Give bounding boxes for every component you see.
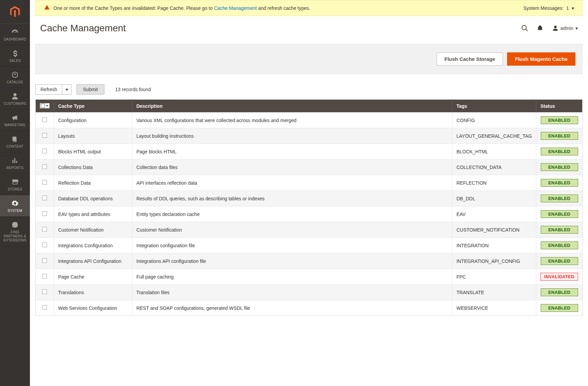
system-message-text: One or more of the Cache Types are inval… xyxy=(53,5,310,11)
grid-toolbar: Refresh ▾ Submit 13 records found xyxy=(30,84,588,99)
gauge-icon xyxy=(11,28,19,36)
system-message-bar: One or more of the Cache Types are inval… xyxy=(35,0,583,16)
column-tags[interactable]: Tags xyxy=(452,100,536,113)
status-badge: ENABLED xyxy=(541,163,578,171)
column-description[interactable]: Description xyxy=(132,100,452,113)
column-status[interactable]: Status xyxy=(536,100,583,113)
table-row: Blocks HTML outputPage blocks HTMLBLOCK_… xyxy=(36,144,583,160)
sidebar-item-label: REPORTS xyxy=(6,166,23,170)
dollar-icon xyxy=(11,49,19,57)
cell-tags: DB_DDL xyxy=(452,191,536,206)
warning-icon xyxy=(44,4,50,12)
row-checkbox[interactable] xyxy=(42,164,47,169)
sidebar-item-dashboard[interactable]: DASHBOARD xyxy=(0,24,30,45)
table-row: TranslationsTranslation filesTRANSLATEEN… xyxy=(36,285,583,300)
user-menu[interactable]: admin ▾ xyxy=(552,25,578,31)
row-checkbox[interactable] xyxy=(42,180,47,185)
status-badge: ENABLED xyxy=(541,132,578,140)
status-badge: ENABLED xyxy=(541,241,578,249)
page-title: Cache Management xyxy=(40,23,126,34)
table-row: Integrations API ConfigurationIntegratio… xyxy=(36,253,583,269)
sidebar-item-customers[interactable]: CUSTOMERS xyxy=(0,88,30,110)
submit-button[interactable]: Submit xyxy=(77,84,104,95)
table-row: Customer NotificationCustomer Notificati… xyxy=(36,222,583,238)
mass-action-select[interactable]: Refresh ▾ xyxy=(35,84,72,95)
chevron-down-icon: ▾ xyxy=(572,5,574,11)
notifications-icon[interactable] xyxy=(537,24,544,32)
svg-point-0 xyxy=(522,26,526,30)
cell-cache-type: Integrations API Configuration xyxy=(54,253,132,269)
cell-tags: FPC xyxy=(452,269,536,285)
row-checkbox[interactable] xyxy=(42,289,47,294)
table-row: Page CacheFull page cachingFPCINVALIDATE… xyxy=(36,269,583,285)
cell-cache-type: Collections Data xyxy=(54,160,132,175)
sidebar-item-label: STORES xyxy=(8,187,22,191)
row-checkbox[interactable] xyxy=(42,242,47,247)
table-row: ConfigurationVarious XML configurations … xyxy=(36,113,583,128)
cell-cache-type: Database DDL operations xyxy=(54,191,132,206)
status-badge: ENABLED xyxy=(541,148,578,155)
select-all-header[interactable]: ▼ xyxy=(36,100,54,113)
cell-tags: LAYOUT_GENERAL_CACHE_TAG xyxy=(452,128,536,144)
action-bar: Flush Cache Storage Flush Magento Cache xyxy=(35,44,583,74)
flush-cache-storage-button[interactable]: Flush Cache Storage xyxy=(437,52,503,66)
column-cache-type[interactable]: Cache Type xyxy=(54,100,132,113)
search-icon[interactable] xyxy=(521,24,528,32)
status-badge: ENABLED xyxy=(541,195,578,202)
cell-tags: INTEGRATION xyxy=(452,238,536,253)
sidebar-item-content[interactable]: CONTENT xyxy=(0,131,30,152)
cell-description: Entity types declaration cache xyxy=(132,206,452,222)
cell-description: REST and SOAP configurations, generated … xyxy=(132,300,452,316)
chevron-down-icon: ▾ xyxy=(575,26,578,31)
system-messages-toggle[interactable]: System Messages: 1 ▾ xyxy=(523,5,574,11)
flush-magento-cache-button[interactable]: Flush Magento Cache xyxy=(507,52,575,66)
cell-cache-type: Integrations Configuration xyxy=(54,238,132,253)
gear-icon xyxy=(11,199,19,207)
row-checkbox[interactable] xyxy=(42,117,47,122)
cell-description: Translation files xyxy=(132,285,452,300)
sidebar-item-sales[interactable]: SALES xyxy=(0,45,30,67)
row-checkbox[interactable] xyxy=(42,305,47,310)
sidebar-item-label: CUSTOMERS xyxy=(4,102,26,106)
puzzle-icon xyxy=(11,221,19,229)
row-checkbox[interactable] xyxy=(42,149,47,153)
sidebar-item-partners[interactable]: FIND PARTNERS & EXTENSIONS xyxy=(0,217,30,246)
table-row: Reflection DataAPI interfaces reflection… xyxy=(36,175,583,191)
row-checkbox[interactable] xyxy=(42,227,47,232)
sidebar-item-marketing[interactable]: MARKETING xyxy=(0,110,30,131)
row-checkbox[interactable] xyxy=(42,133,47,138)
sidebar-item-label: DASHBOARD xyxy=(4,37,26,41)
cell-tags: COLLECTION_DATA xyxy=(452,160,536,175)
cell-cache-type: Blocks HTML output xyxy=(54,144,132,160)
cell-tags: REFLECTION xyxy=(452,175,536,191)
row-checkbox[interactable] xyxy=(42,274,47,279)
row-checkbox[interactable] xyxy=(42,211,47,216)
cell-tags: TRANSLATE xyxy=(452,285,536,300)
table-row: Web Services ConfigurationREST and SOAP … xyxy=(36,300,583,316)
cell-cache-type: Customer Notification xyxy=(54,222,132,238)
sidebar-item-catalog[interactable]: CATALOG xyxy=(0,67,30,88)
magento-logo[interactable] xyxy=(0,0,30,24)
cache-management-link[interactable]: Cache Management xyxy=(214,5,257,11)
table-row: Database DDL operationsResults of DDL qu… xyxy=(36,191,583,206)
cell-description: Customer Notification xyxy=(132,222,452,238)
row-checkbox[interactable] xyxy=(42,258,47,263)
person-icon xyxy=(11,92,19,100)
status-badge: ENABLED xyxy=(541,304,578,312)
cell-description: Integrations API configuration file xyxy=(132,253,452,269)
sidebar-item-system[interactable]: SYSTEM xyxy=(0,195,30,217)
svg-line-1 xyxy=(526,29,528,31)
chevron-down-icon[interactable]: ▾ xyxy=(62,84,72,95)
cell-description: API interfaces reflection data xyxy=(132,175,452,191)
sidebar-item-reports[interactable]: REPORTS xyxy=(0,152,30,174)
status-badge: ENABLED xyxy=(541,226,578,234)
cell-description: Layout building instructions xyxy=(132,128,452,144)
cell-cache-type: Configuration xyxy=(54,113,132,128)
cell-cache-type: Web Services Configuration xyxy=(54,300,132,316)
row-checkbox[interactable] xyxy=(42,196,47,200)
status-badge: ENABLED xyxy=(541,288,578,296)
box-icon xyxy=(11,71,19,79)
storefront-icon xyxy=(11,178,19,186)
sidebar-item-stores[interactable]: STORES xyxy=(0,174,30,195)
cell-cache-type: Layouts xyxy=(54,128,132,144)
